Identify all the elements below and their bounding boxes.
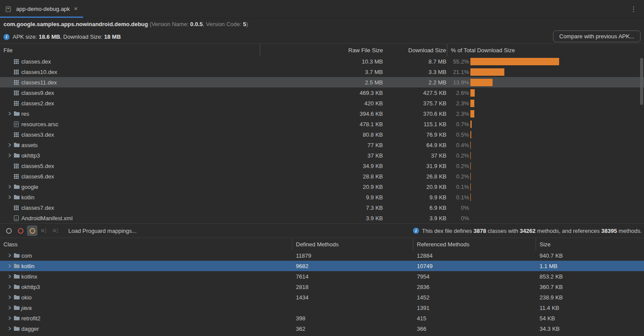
chevron-right-icon[interactable] <box>5 295 13 299</box>
class-name-cell: com <box>0 252 292 259</box>
chevron-right-icon[interactable] <box>5 285 13 289</box>
class-row[interactable]: okhttp328182836360.7 KB <box>0 282 644 292</box>
chevron-right-icon[interactable] <box>5 306 13 310</box>
column-header-raw-file-size[interactable]: Raw File Size <box>260 44 383 56</box>
arsc-icon <box>13 121 21 127</box>
percent-bar <box>470 121 472 128</box>
column-header-file[interactable]: File <box>0 44 260 56</box>
class-name-cell: dagger <box>0 326 292 332</box>
file-row[interactable]: classes10.dex3.7 MB3.3 MB21.1% <box>0 67 644 77</box>
file-row[interactable]: classes2.dex420 KB375.7 KB2.3% <box>0 98 644 108</box>
show-methods-button[interactable] <box>15 225 26 236</box>
file-row[interactable]: AndroidManifest.xml3.9 KB3.9 KB0% <box>0 213 644 223</box>
size-value: 1.1 MB <box>536 263 644 269</box>
class-row[interactable]: java139111.4 KB <box>0 302 644 313</box>
file-name-cell: classes7.dex <box>0 205 260 211</box>
classes-count: 3878 <box>473 228 486 234</box>
column-header-download-size[interactable]: Download Size <box>383 44 447 56</box>
file-row[interactable]: classes3.dex80.8 KB76.9 KB0.5% <box>0 129 644 140</box>
class-table-header: Class Defined Methods Referenced Methods… <box>0 238 644 250</box>
download-size-value: 427.5 KB <box>383 90 447 96</box>
file-name-cell: google <box>0 184 260 190</box>
package-folder-icon <box>13 284 21 289</box>
file-name: classes2.dex <box>21 100 54 107</box>
file-row[interactable]: classes6.dex28.8 KB26.8 KB0.2% <box>0 171 644 181</box>
chevron-right-icon[interactable] <box>5 264 13 268</box>
file-name-cell: classes10.dex <box>0 69 260 75</box>
raw-file-size-value: 394.6 KB <box>260 111 383 117</box>
file-row[interactable]: resources.arsc478.1 KB115.1 KB0.7% <box>0 119 644 129</box>
chevron-right-icon[interactable] <box>5 185 13 189</box>
column-header-referenced-methods[interactable]: Referenced Methods <box>413 238 536 250</box>
compare-with-previous-apk-button[interactable]: Compare with previous APK... <box>553 30 641 42</box>
percent-bar-cell <box>469 181 644 192</box>
percent-value: 2.3% <box>447 111 469 117</box>
size-value: 54 KB <box>536 315 644 322</box>
show-fields-button[interactable] <box>3 225 14 236</box>
percent-bar-cell <box>469 213 644 223</box>
file-row[interactable]: classes.dex10.3 MB8.7 MB55.2% <box>0 56 644 67</box>
file-name: classes11.dex <box>21 79 57 86</box>
download-size-value: 3.3 MB <box>383 69 447 75</box>
chevron-right-icon[interactable] <box>5 195 13 199</box>
file-row[interactable]: okhttp337 KB37 KB0.2% <box>0 150 644 161</box>
more-options-icon[interactable]: ⋮ <box>623 0 644 18</box>
class-row[interactable]: okio14341452238.9 KB <box>0 292 644 302</box>
percent-bar-cell <box>469 150 644 161</box>
column-header-defined-methods[interactable]: Defined Methods <box>292 238 413 250</box>
file-row[interactable]: res394.6 KB370.6 KB2.3% <box>0 108 644 119</box>
folder-icon <box>13 142 21 148</box>
chevron-right-icon[interactable] <box>5 326 13 331</box>
percent-value: 21.1% <box>447 69 469 75</box>
file-name-cell: classes3.dex <box>0 131 260 138</box>
info-icon: i <box>3 34 10 40</box>
file-row[interactable]: assets77 KB64.9 KB0.4% <box>0 140 644 150</box>
raw-file-size-value: 7.3 KB <box>260 205 383 211</box>
close-icon[interactable]: ✕ <box>74 6 78 12</box>
class-row[interactable]: kotlinx76147954853.2 KB <box>0 271 644 282</box>
column-header-size[interactable]: Size <box>536 238 644 250</box>
percent-value: 0.4% <box>447 142 469 148</box>
collapse-all-icon[interactable] <box>50 225 61 236</box>
class-row[interactable]: com1187912884940.7 KB <box>0 250 644 261</box>
class-row[interactable]: kotlin9682107491.1 MB <box>0 261 644 271</box>
class-row[interactable]: retrofit239841554 KB <box>0 313 644 323</box>
file-row[interactable]: classes9.dex469.3 KB427.5 KB2.6% <box>0 87 644 98</box>
active-tab-underline <box>0 17 83 18</box>
column-header-percent-of-total[interactable]: % of Total Download Size <box>447 44 644 56</box>
dex-icon <box>13 80 21 85</box>
column-header-class[interactable]: Class <box>0 238 292 250</box>
show-all-classes-button[interactable] <box>27 225 37 236</box>
percent-value: 0.1% <box>447 184 469 190</box>
file-row[interactable]: google20.9 KB20.9 KB0.1% <box>0 181 644 192</box>
methods-count: 34262 <box>520 228 536 234</box>
percent-value: 13.9% <box>447 79 469 86</box>
percent-bar <box>470 173 471 180</box>
load-proguard-mappings-link[interactable]: Load Proguard mappings... <box>68 228 137 234</box>
package-folder-icon <box>13 305 21 310</box>
chevron-right-icon[interactable] <box>5 111 13 116</box>
chevron-right-icon[interactable] <box>5 153 13 158</box>
tab-apk-analyzer[interactable]: app-demo-debug.apk ✕ <box>0 0 83 18</box>
version-code-label: , Version Code: <box>203 21 243 27</box>
chevron-right-icon[interactable] <box>5 274 13 279</box>
file-name-cell: kotlin <box>0 194 260 201</box>
file-row[interactable]: classes7.dex7.3 KB6.9 KB0% <box>0 202 644 213</box>
file-name-cell: classes9.dex <box>0 90 260 96</box>
file-row[interactable]: classes5.dex34.9 KB31.9 KB0.2% <box>0 161 644 171</box>
package-name: okhttp3 <box>21 284 40 290</box>
dex-summary: iThis dex file defines 3878 classes with… <box>413 228 644 234</box>
expand-all-icon[interactable] <box>39 225 49 236</box>
raw-file-size-value: 34.9 KB <box>260 163 383 169</box>
vertical-scrollbar[interactable] <box>640 58 643 105</box>
references-count: 38395 <box>601 228 617 234</box>
file-row[interactable]: kotlin9.9 KB9.9 KB0.1% <box>0 192 644 202</box>
chevron-right-icon[interactable] <box>5 143 13 147</box>
referenced-methods-value: 366 <box>413 326 536 332</box>
file-name-cell: classes6.dex <box>0 173 260 180</box>
class-row[interactable]: dagger36236634.3 KB <box>0 323 644 334</box>
chevron-right-icon[interactable] <box>5 253 13 258</box>
percent-bar-cell <box>469 77 644 87</box>
file-row[interactable]: classes11.dex2.5 MB2.2 MB13.9% <box>0 77 644 87</box>
chevron-right-icon[interactable] <box>5 316 13 320</box>
